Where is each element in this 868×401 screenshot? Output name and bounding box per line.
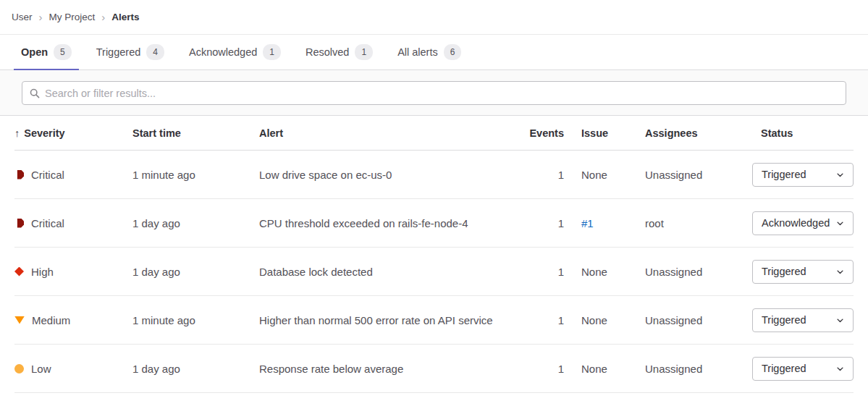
start-time: 1 minute ago [132,169,259,181]
start-time: 1 day ago [132,363,259,375]
tab-all-alerts[interactable]: All alerts 6 [390,35,468,69]
breadcrumb: User › My Project › Alerts [0,0,868,35]
chevron-right-icon: › [39,12,43,22]
severity-low-icon [14,364,24,373]
severity-label: Critical [31,169,64,181]
alert-title: Response rate below average [259,363,513,375]
severity-label: High [31,266,54,278]
tab-all-alerts-count-badge: 6 [444,44,462,60]
chevron-down-icon [836,316,844,324]
column-header-severity[interactable]: ↑Severity [14,127,132,139]
issue-value: None [564,314,644,326]
column-header-status: Status [752,127,854,139]
tab-acknowledged[interactable]: Acknowledged 1 [182,35,288,69]
start-time: 1 day ago [132,217,259,229]
assignees-value: Unassigned [644,169,752,181]
tab-acknowledged-label: Acknowledged [189,46,257,58]
status-dropdown[interactable]: Triggered [752,163,854,187]
events-count: 1 [513,169,564,181]
tab-open[interactable]: Open 5 [14,35,79,69]
assignees-value: Unassigned [644,363,752,375]
filter-bar [0,70,868,116]
severity-critical-icon [14,219,24,228]
table-header-row: ↑Severity Start time Alert Events Issue … [14,116,854,151]
column-header-events[interactable]: Events [513,127,564,139]
severity-medium-icon [14,316,25,324]
status-value: Triggered [762,314,806,326]
tab-open-count-badge: 5 [54,44,72,60]
tab-triggered[interactable]: Triggered 4 [89,35,172,69]
assignees-value: Unassigned [644,314,752,326]
events-count: 1 [513,314,564,326]
status-value: Acknowledged [762,217,830,229]
status-dropdown[interactable]: Acknowledged [752,211,854,235]
tab-triggered-label: Triggered [96,46,141,58]
tab-all-alerts-label: All alerts [397,46,438,58]
assignees-value: root [644,217,752,229]
chevron-right-icon: › [101,12,105,22]
tab-acknowledged-count-badge: 1 [263,44,281,60]
table-row[interactable]: Critical 1 day ago CPU threshold exceede… [14,199,854,248]
chevron-down-icon [836,268,844,276]
status-dropdown[interactable]: Triggered [752,260,854,284]
search-box[interactable] [22,81,846,105]
breadcrumb-user[interactable]: User [12,12,33,22]
alert-title: CPU threshold exceeded on rails-fe-node-… [259,217,513,229]
tab-triggered-count-badge: 4 [146,44,164,60]
alert-title: Higher than normal 500 error rate on API… [259,314,513,326]
column-header-start-time[interactable]: Start time [132,127,259,139]
breadcrumb-project[interactable]: My Project [49,12,96,22]
table-row[interactable]: Medium 1 minute ago Higher than normal 5… [14,296,854,345]
severity-label: Low [31,363,51,375]
table-row[interactable]: High 1 day ago Database lock detected 1 … [14,248,854,296]
alert-title: Database lock detected [259,266,513,278]
alerts-tabs: Open 5 Triggered 4 Acknowledged 1 Resolv… [0,35,868,70]
issue-value: None [564,363,644,375]
issue-value: None [564,169,644,181]
status-value: Triggered [762,266,806,277]
events-count: 1 [513,217,564,229]
severity-high-icon [14,267,24,277]
column-header-issue: Issue [564,127,644,139]
status-value: Triggered [762,169,806,180]
severity-label: Medium [32,314,70,326]
events-count: 1 [513,363,564,375]
chevron-down-icon [836,219,844,227]
alert-title: Low drive space on ec-us-0 [259,169,513,181]
column-header-assignees: Assignees [644,127,752,139]
issue-value: None [564,266,644,278]
table-row[interactable]: Low 1 day ago Response rate below averag… [14,345,854,393]
status-dropdown[interactable]: Triggered [752,308,854,332]
column-header-alert[interactable]: Alert [259,127,513,139]
assignees-value: Unassigned [644,266,752,278]
start-time: 1 day ago [132,266,259,278]
tab-resolved-count-badge: 1 [355,44,373,60]
start-time: 1 minute ago [132,314,259,326]
alerts-table: ↑Severity Start time Alert Events Issue … [0,116,868,393]
search-input[interactable] [45,88,838,99]
breadcrumb-alerts: Alerts [111,12,139,22]
status-dropdown[interactable]: Triggered [752,357,854,381]
chevron-down-icon [836,365,844,373]
search-icon [30,88,40,98]
severity-critical-icon [14,170,24,180]
severity-label: Critical [31,217,64,229]
tab-resolved[interactable]: Resolved 1 [298,35,380,69]
status-value: Triggered [762,363,806,374]
chevron-down-icon [836,171,844,179]
events-count: 1 [513,266,564,278]
tab-open-label: Open [21,46,48,58]
sort-ascending-icon: ↑ [14,127,20,139]
table-row[interactable]: Critical 1 minute ago Low drive space on… [14,151,854,199]
tab-resolved-label: Resolved [306,46,349,58]
issue-link[interactable]: #1 [581,217,594,229]
